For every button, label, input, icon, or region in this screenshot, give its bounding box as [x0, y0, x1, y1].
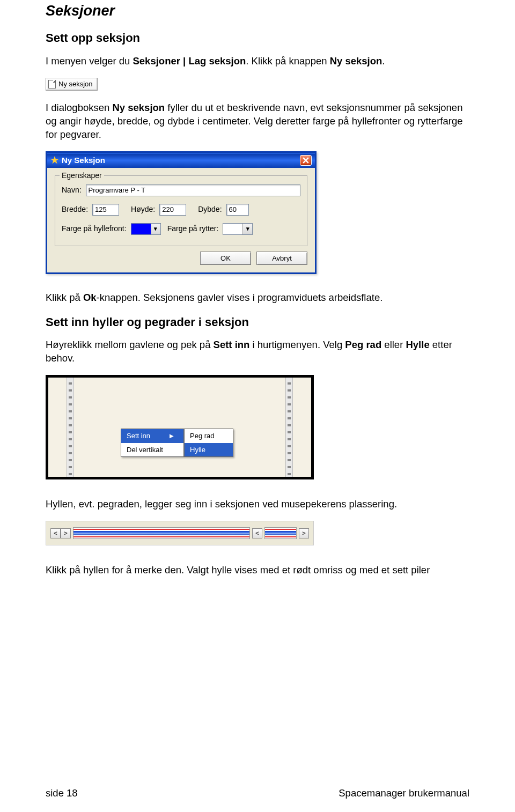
shelf-body [265, 531, 296, 535]
dialog-ref: Ny seksjon [112, 102, 165, 113]
page-number: side 18 [46, 787, 78, 800]
menu-label: Hylle [190, 445, 205, 455]
hylle-ref: Hylle [406, 339, 429, 350]
section-heading-2: Sett inn hyller og pegrader i seksjon [46, 314, 469, 330]
scroll-left-button[interactable]: < [252, 528, 262, 538]
shelf-outline [73, 536, 249, 537]
settinn-ref: Sett inn [214, 339, 250, 350]
scroll-right-button[interactable]: > [61, 528, 71, 538]
text: eller [381, 339, 406, 350]
color-swatch [223, 224, 242, 234]
chevron-down-icon: ▾ [242, 224, 252, 234]
shelf-outline [265, 536, 296, 537]
text: Klikk på [46, 292, 83, 303]
shelf-body [73, 531, 249, 535]
star-icon [50, 156, 59, 165]
menu-item-settinn[interactable]: Sett inn ▶ [121, 429, 183, 443]
ny-seksjon-button[interactable]: Ny seksjon [46, 78, 98, 91]
page-footer: side 18 Spacemanager brukermanual [46, 787, 469, 800]
dialog-description: I dialogboksen Ny seksjon fyller du ut e… [46, 101, 469, 142]
properties-group: Egenskaper Navn: Bredde: Høyde: Dybde: F… [55, 175, 307, 246]
section-heading-1: Sett opp seksjon [46, 30, 469, 46]
button-label: Ny seksjon [58, 79, 93, 89]
menu-path: Seksjoner | Lag seksjon [133, 55, 246, 67]
navn-input[interactable] [86, 184, 300, 196]
dybde-input[interactable] [226, 204, 249, 216]
menu-label: Peg rad [190, 431, 215, 441]
dybde-label: Dybde: [198, 204, 222, 215]
shelf-track [73, 527, 250, 539]
text: . Klikk på knappen [246, 55, 329, 67]
scroll-left-button[interactable]: < [50, 528, 61, 538]
chevron-right-icon: ▶ [170, 432, 174, 440]
text: -knappen. Seksjonens gavler vises i prog… [97, 292, 383, 303]
shelf-outline [73, 529, 249, 530]
document-icon [48, 80, 56, 88]
hyllefront-color-label: Farge på hyllefront: [62, 224, 127, 234]
close-button[interactable] [300, 155, 312, 166]
ny-seksjon-dialog: Ny Seksjon Egenskaper Navn: Bredde: Høyd… [46, 151, 317, 274]
select-shelf-note: Klikk på hyllen for å merke den. Valgt h… [46, 564, 469, 577]
placement-note: Hyllen, evt. pegraden, legger seg inn i … [46, 498, 469, 511]
context-submenu: Peg rad Hylle [184, 429, 233, 457]
navn-label: Navn: [62, 185, 82, 195]
bredde-label: Bredde: [62, 204, 88, 215]
button-ref: Ny seksjon [330, 55, 382, 67]
dialog-title: Ny Seksjon [62, 155, 105, 166]
dialog-titlebar: Ny Seksjon [47, 153, 315, 168]
page-title: Seksjoner [46, 0, 469, 20]
intro-paragraph: I menyen velger du Seksjoner | Lag seksj… [46, 55, 469, 68]
text: I menyen velger du [46, 55, 133, 67]
shelf-slider-figure: < > < > [46, 521, 314, 545]
text: Høyreklikk mellom gavlene og pek på [46, 339, 214, 350]
bredde-input[interactable] [92, 204, 119, 216]
text: I dialogboksen [46, 102, 112, 113]
group-legend: Egenskaper [60, 171, 104, 181]
hyllefront-color-picker[interactable]: ▾ [131, 223, 161, 235]
manual-title: Spacemanager brukermanual [339, 787, 469, 800]
context-menu: Sett inn ▶ Del vertikalt [121, 429, 184, 457]
menu-item-delvertikalt[interactable]: Del vertikalt [121, 443, 183, 457]
scroll-right-button[interactable]: > [299, 528, 309, 538]
close-icon [303, 157, 309, 164]
shelf-rail [67, 378, 74, 477]
menu-label: Sett inn [127, 431, 150, 441]
color-swatch [131, 224, 151, 234]
chevron-down-icon: ▾ [151, 224, 160, 234]
menu-item-hylle[interactable]: Hylle [185, 443, 233, 457]
shelf-outline [265, 529, 296, 530]
text: i hurtigmenyen. Velg [249, 339, 345, 350]
rightclick-instruction: Høyreklikk mellom gavlene og pek på Sett… [46, 338, 469, 365]
ok-button[interactable]: OK [200, 252, 251, 265]
ok-instruction: Klikk på Ok-knappen. Seksjonens gavler v… [46, 291, 469, 305]
shelf-context-figure: Sett inn ▶ Del vertikalt Peg rad Hylle [46, 375, 314, 479]
shelf-track-small [264, 527, 297, 539]
menu-label: Del vertikalt [127, 445, 163, 455]
pegrad-ref: Peg rad [345, 339, 381, 350]
cancel-button[interactable]: Avbryt [256, 252, 307, 265]
rytter-color-label: Farge på rytter: [167, 224, 219, 234]
ok-ref: Ok [83, 292, 97, 303]
hoyde-label: Høyde: [131, 204, 155, 215]
shelf-rail [285, 378, 293, 477]
rytter-color-picker[interactable]: ▾ [223, 223, 253, 235]
text: . [382, 55, 385, 67]
hoyde-input[interactable] [159, 204, 186, 216]
menu-item-pegrad[interactable]: Peg rad [185, 429, 233, 443]
